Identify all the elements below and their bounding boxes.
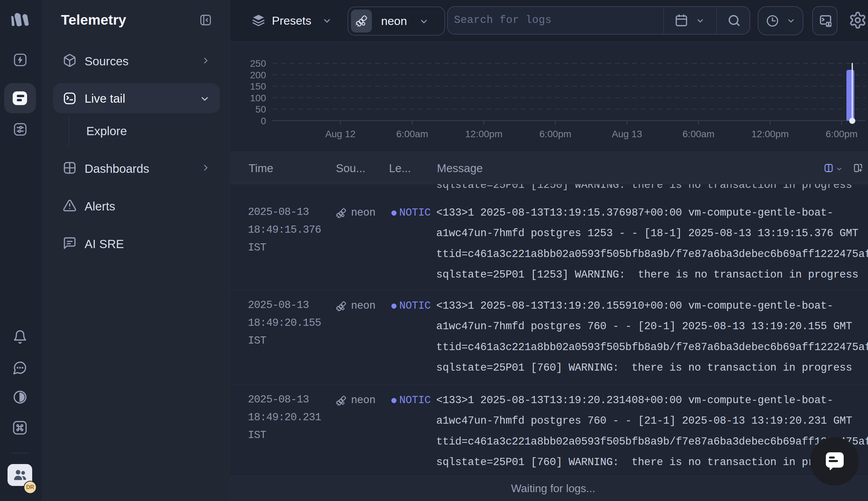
svg-text:6:00pm: 6:00pm	[539, 129, 571, 139]
svg-text:6:00pm: 6:00pm	[826, 129, 857, 139]
svg-text:12:00pm: 12:00pm	[465, 129, 502, 139]
svg-text:6:00am: 6:00am	[396, 129, 428, 139]
svg-text:Aug 12: Aug 12	[325, 129, 356, 139]
svg-text:6:00am: 6:00am	[682, 129, 714, 139]
svg-text:200: 200	[250, 70, 266, 81]
svg-text:50: 50	[255, 104, 266, 115]
svg-text:0: 0	[261, 116, 266, 126]
svg-text:250: 250	[250, 58, 266, 69]
svg-text:Aug 13: Aug 13	[612, 129, 642, 139]
svg-text:100: 100	[250, 93, 266, 103]
svg-text:12:00pm: 12:00pm	[752, 129, 789, 139]
svg-text:150: 150	[250, 81, 266, 92]
